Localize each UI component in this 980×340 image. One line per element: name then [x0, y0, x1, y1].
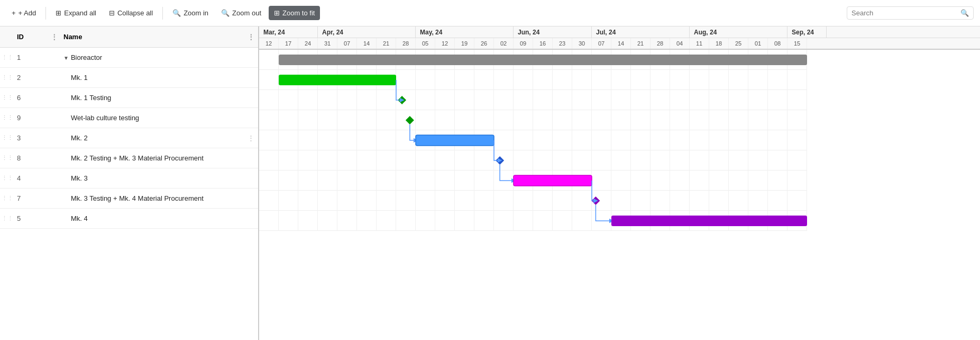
- row-name: Mk. 4: [61, 214, 243, 222]
- day-label: 02: [494, 38, 514, 49]
- gantt-cell: [533, 50, 553, 70]
- gantt-cell: [748, 191, 768, 211]
- zoom-out-button[interactable]: 🔍 Zoom out: [216, 6, 267, 20]
- header-name: Name: [61, 33, 243, 41]
- gantt-cell: [377, 110, 396, 130]
- expand-all-button[interactable]: ⊞ Expand all: [50, 6, 102, 20]
- gantt-cell: [572, 110, 592, 130]
- gantt-row: [259, 171, 807, 191]
- gantt-cell: [611, 90, 631, 110]
- header-menu[interactable]: ⋮: [243, 33, 258, 41]
- gantt-cell: [279, 211, 298, 231]
- gantt-cell: [318, 50, 337, 70]
- gantt-cell: [396, 171, 416, 191]
- gantt-row: [259, 110, 807, 130]
- gantt-cell: [298, 90, 318, 110]
- gantt-cell: [631, 130, 651, 150]
- gantt-cell: [514, 130, 533, 150]
- gantt-cell: [318, 171, 337, 191]
- gantt-cell: [709, 150, 729, 171]
- table-rows: ⋮⋮ 1 ▼Bioreactor ⋮⋮ 2 Mk. 1 ⋮⋮ 6 Mk. 1 T…: [0, 48, 258, 340]
- gantt-cell: [357, 70, 377, 90]
- gantt-cell: [729, 110, 748, 130]
- gantt-cell: [729, 70, 748, 90]
- gantt-cell: [611, 130, 631, 150]
- gantt-cell: [553, 130, 572, 150]
- gantt-cell: [572, 50, 592, 70]
- collapse-all-button[interactable]: ⊟ Collapse all: [104, 6, 158, 20]
- gantt-cell: [259, 90, 279, 110]
- gantt-cell: [690, 211, 709, 231]
- gantt-cell: [611, 50, 631, 70]
- gantt-body: [259, 50, 980, 340]
- gantt-cell: [259, 130, 279, 150]
- gantt-cell: [337, 211, 357, 231]
- gantt-cell: [298, 70, 318, 90]
- gantt-cell: [279, 90, 298, 110]
- zoom-out-label: Zoom out: [232, 9, 261, 17]
- zoom-in-button[interactable]: 🔍 Zoom in: [167, 6, 214, 20]
- gantt-cell: [455, 150, 474, 171]
- gantt-cell: [435, 70, 455, 90]
- gantt-cell: [377, 70, 396, 90]
- gantt-cell: [474, 150, 494, 171]
- day-label: 25: [729, 38, 748, 49]
- month-label: Jul, 24: [592, 26, 690, 38]
- gantt-cell: [396, 150, 416, 171]
- gantt-cell: [337, 110, 357, 130]
- gantt-cell: [631, 50, 651, 70]
- search-input[interactable]: [851, 9, 957, 17]
- gantt-cell: [514, 191, 533, 211]
- gantt-cell: [748, 90, 768, 110]
- month-label: Sep, 24: [787, 26, 827, 38]
- gantt-cell: [748, 70, 768, 90]
- gantt-cell: [748, 110, 768, 130]
- row-name: Mk. 2 Testing + Mk. 3 Material Procureme…: [61, 154, 243, 162]
- toolbar: + + Add ⊞ Expand all ⊟ Collapse all 🔍 Zo…: [0, 0, 980, 26]
- row-id: 5: [15, 214, 47, 222]
- gantt-cell: [651, 191, 670, 211]
- gantt-cell: [787, 150, 807, 171]
- add-button[interactable]: + + Add: [6, 6, 41, 20]
- day-label: 15: [787, 38, 807, 49]
- gantt-cell: [748, 50, 768, 70]
- gantt-row: [259, 90, 807, 110]
- gantt-cell: [768, 150, 787, 171]
- gantt-cell: [729, 130, 748, 150]
- gantt-cell: [416, 110, 435, 130]
- gantt-cell: [514, 211, 533, 231]
- gantt-cell: [709, 110, 729, 130]
- gantt-cell: [357, 50, 377, 70]
- gantt-cell: [553, 110, 572, 130]
- gantt-cell: [690, 90, 709, 110]
- gantt-cell: [279, 70, 298, 90]
- gantt-cell: [357, 90, 377, 110]
- gantt-cell: [533, 70, 553, 90]
- day-label: 21: [631, 38, 651, 49]
- gantt-cell: [318, 110, 337, 130]
- row-id: 1: [15, 53, 47, 61]
- gantt-row: [259, 50, 807, 70]
- row-name: Mk. 2: [61, 134, 243, 142]
- gantt-cell: [279, 150, 298, 171]
- table-row: ⋮⋮ 6 Mk. 1 Testing: [0, 88, 258, 108]
- row-id: 7: [15, 194, 47, 202]
- row-menu[interactable]: ⋮: [243, 134, 258, 142]
- day-label: 26: [474, 38, 494, 49]
- gantt-cell: [396, 90, 416, 110]
- gantt-cell: [553, 70, 572, 90]
- gantt-cell: [670, 90, 690, 110]
- gantt-cell: [377, 211, 396, 231]
- table-row: ⋮⋮ 1 ▼Bioreactor: [0, 48, 258, 68]
- zoom-fit-button[interactable]: ⊞ Zoom to fit: [269, 6, 320, 20]
- row-id: 9: [15, 114, 47, 122]
- gantt-cell: [768, 211, 787, 231]
- row-name: Wet-lab culture testing: [61, 114, 243, 122]
- zoom-out-icon: 🔍: [221, 9, 230, 17]
- day-label: 16: [533, 38, 553, 49]
- gantt-cell: [416, 191, 435, 211]
- day-label: 30: [572, 38, 592, 49]
- gantt-cell: [768, 191, 787, 211]
- gantt-cell: [787, 50, 807, 70]
- gantt-cell: [455, 130, 474, 150]
